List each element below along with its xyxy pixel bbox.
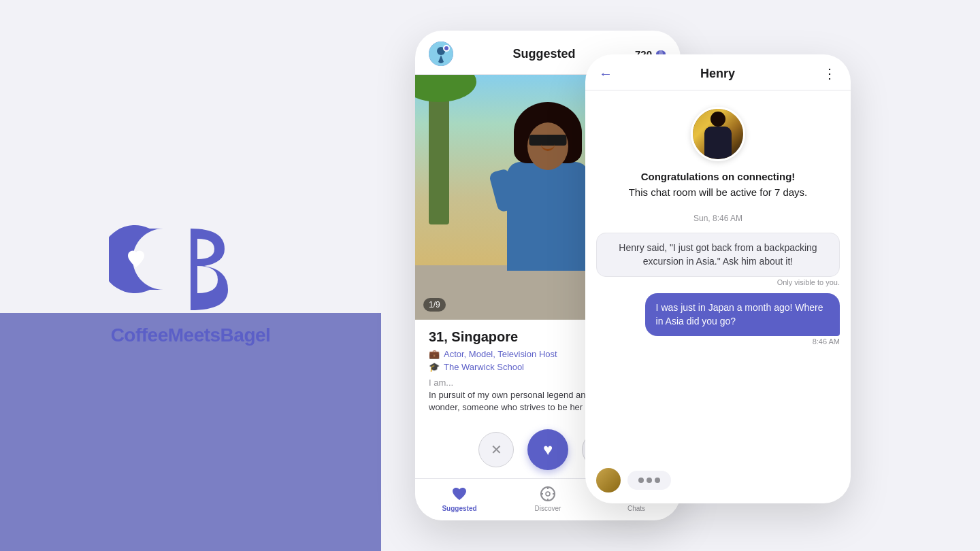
chat-messages-list: Sun, 8:46 AM Henry said, "I just got bac… (585, 211, 851, 461)
compass-icon (539, 485, 557, 503)
congrats-line1: Congratulations on connecting! (641, 171, 796, 182)
typing-dot-1 (638, 478, 644, 483)
tip-visible-label: Only visible to you. (596, 278, 840, 286)
henry-body (704, 127, 732, 159)
user-avatar-icon (429, 41, 453, 66)
chat-header: ← Henry ⋮ (585, 54, 851, 90)
woman-jacket (507, 162, 589, 271)
congrats-message: Congratulations on connecting! This chat… (629, 169, 808, 200)
typing-indicator-area (585, 461, 851, 503)
chats-nav-label: Chats (627, 505, 645, 512)
more-options-button[interactable]: ⋮ (823, 65, 837, 82)
briefcase-icon: 💼 (429, 349, 440, 359)
school-text: The Warwick School (444, 362, 524, 372)
typing-dot-3 (655, 478, 660, 483)
henry-person-silhouette (701, 112, 735, 159)
palm-tree-left (429, 75, 449, 224)
occupation-text: Actor, Model, Television Host (444, 349, 557, 359)
suggested-nav-label: Suggested (442, 505, 476, 512)
pass-button[interactable]: ✕ (478, 432, 514, 467)
suggested-nav-icon (450, 484, 469, 503)
app-scene: CoffeeMeetsBagel Sugges (0, 0, 980, 551)
user-message-bubble: I was just in Japan a month ago! Where i… (645, 293, 840, 336)
left-bottom-bg (0, 313, 381, 551)
like-button[interactable]: ♥ (527, 429, 568, 470)
photo-counter-badge: 1/9 (423, 298, 446, 312)
logo-area: CoffeeMeetsBagel (109, 205, 272, 346)
heart-icon (451, 485, 468, 503)
discover-nav-label: Discover (535, 505, 561, 512)
app-name-text: CoffeeMeetsBagel (111, 324, 271, 346)
typing-bubble (627, 471, 671, 490)
discover-nav-icon (538, 484, 557, 503)
back-button[interactable]: ← (599, 66, 612, 82)
henry-typing-avatar (596, 468, 621, 492)
user-message-container: I was just in Japan a month ago! Where i… (596, 293, 840, 346)
tip-message-bubble: Henry said, "I just got back from a back… (596, 233, 840, 277)
chat-contact-name: Henry (700, 67, 735, 81)
user-avatar[interactable] (429, 41, 453, 66)
tip-message-container: Henry said, "I just got back from a back… (596, 233, 840, 286)
graduation-icon: 🎓 (429, 362, 440, 372)
left-panel: CoffeeMeetsBagel (0, 0, 381, 551)
typing-dot-2 (647, 478, 652, 483)
phones-area: Suggested 720 (381, 0, 980, 551)
nav-item-discover[interactable]: Discover (504, 484, 592, 512)
henry-avatar-image (693, 109, 743, 159)
congrats-line2: This chat room will be active for 7 days… (629, 186, 808, 198)
app-logo-icon (109, 205, 272, 314)
henry-avatar (691, 107, 745, 161)
screen-title: Suggested (512, 47, 575, 61)
user-message-time: 8:46 AM (813, 337, 840, 346)
chat-phone: ← Henry ⋮ Congratulations on connecti (585, 54, 851, 503)
chat-timestamp: Sun, 8:46 AM (596, 214, 840, 223)
connect-celebration: Congratulations on connecting! This chat… (585, 90, 851, 211)
svg-point-10 (546, 492, 550, 496)
nav-item-suggested[interactable]: Suggested (415, 484, 504, 512)
henry-head (710, 112, 725, 127)
svg-point-3 (444, 46, 448, 50)
